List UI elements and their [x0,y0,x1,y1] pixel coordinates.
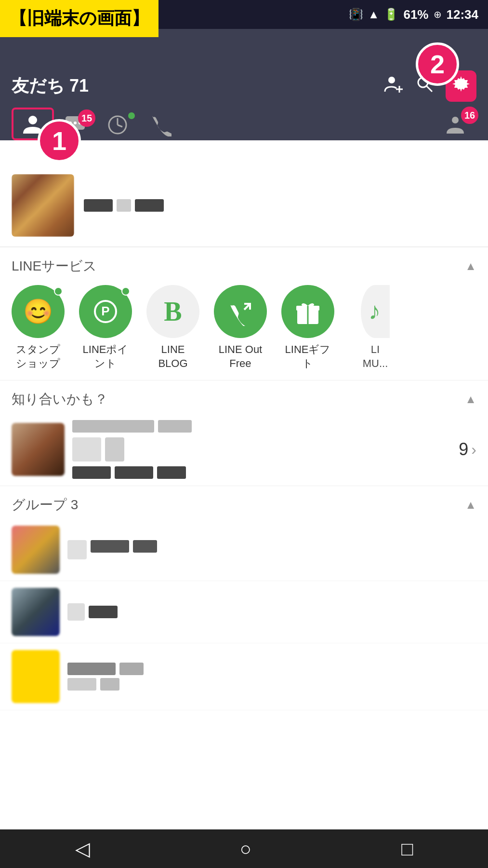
header-top: 友だち 71 [12,70,476,102]
charge-icon: ⊕ [434,9,442,20]
battery-icon: 🔋 [384,8,398,21]
services-label: LINEサービス [12,257,97,275]
maybe-name-5 [157,466,186,479]
maybe-know-label: 知り合いかも？ [12,390,108,408]
group-item-3[interactable] [0,643,488,710]
svg-point-14 [452,117,459,123]
services-row: 😊 スタンプショップ P LINEポイント B LINEBLOG LINE [0,280,488,380]
wifi-icon: ▲ [368,8,380,21]
svg-text:♪: ♪ [369,298,381,325]
line-gift-label: LINEギフト [285,343,331,370]
group-avatar-2 [12,588,60,636]
maybe-name-2 [158,420,192,433]
line-blog-icon: B [146,285,199,338]
time-display: 12:34 [447,7,479,22]
line-music-icon: ♪ [361,285,390,338]
svg-line-13 [118,125,122,127]
annotation-box: 【旧端末の画面】 [0,0,158,37]
group-1-name-1 [91,540,129,553]
more-badge: 16 [461,107,478,124]
line-out-free-icon [214,285,267,338]
maybe-block-1 [72,437,101,461]
name-block-2 [117,199,131,212]
vibrate-icon: 📳 [349,8,363,21]
svg-text:P: P [101,304,109,318]
service-stamp-shop[interactable]: 😊 スタンプショップ [12,285,65,370]
group-2-mini-avatar [67,603,85,621]
line-out-free-label: LINE OutFree [219,343,262,370]
svg-line-4 [426,86,432,92]
group-3-name-2 [119,663,144,675]
group-3-name-1 [67,663,116,675]
svg-point-9 [74,122,77,124]
maybe-name-1 [72,420,154,433]
line-gift-icon [281,285,334,338]
group-2-info [67,603,118,621]
step2-badge: 2 [416,42,459,86]
group-3-info [67,663,144,691]
profile-name-row [84,199,164,212]
maybe-count-arrow[interactable]: 9 › [459,439,476,460]
stamp-shop-label: スタンプショップ [16,343,60,370]
add-friend-button[interactable] [384,74,403,98]
friends-title: 友だち 71 [12,74,89,98]
tab-calls[interactable] [139,108,181,140]
maybe-name-4 [115,466,153,479]
service-line-blog[interactable]: B LINEBLOG [146,285,199,370]
service-line-point[interactable]: P LINEポイント [79,285,132,370]
services-chevron: ▲ [465,259,476,273]
back-button[interactable]: ◁ [75,838,90,860]
tab-timeline[interactable] [96,108,139,140]
groups-section-title: グループ 3 ▲ [0,486,488,519]
name-block-1 [84,199,113,212]
service-line-music[interactable]: ♪ LIMU... [349,285,402,370]
bottom-nav: ◁ ○ □ [0,829,488,868]
profile-section [0,164,488,247]
group-1-info [67,540,157,559]
maybe-know-item[interactable]: 9 › [0,413,488,486]
svg-point-6 [28,116,37,124]
line-music-label: LIMU... [363,343,388,370]
line-blog-label: LINEBLOG [158,343,187,370]
maybe-block-2 [105,437,124,461]
name-block-3 [135,199,164,212]
step1-badge: 1 [38,119,81,163]
service-line-gift[interactable]: LINEギフト [281,285,334,370]
chats-badge: 15 [78,109,95,127]
maybe-know-section-title: 知り合いかも？ ▲ [0,380,488,413]
group-item-2[interactable] [0,581,488,643]
home-button[interactable]: ○ [240,838,251,860]
group-avatar-1 [12,526,60,574]
annotation-title: 【旧端末の画面】 [10,8,149,28]
maybe-name-blocks [72,420,192,479]
groups-chevron: ▲ [465,498,476,512]
group-1-name-2 [133,540,157,553]
arrow-right-icon: › [471,441,476,459]
header-bar: 友だち 71 [0,29,488,140]
groups-label: グループ 3 [12,496,78,514]
battery-percent: 61% [403,7,428,22]
maybe-chevron: ▲ [465,393,476,406]
group-3-name-3 [67,678,96,691]
stamp-shop-icon: 😊 [12,285,65,338]
group-2-name [89,606,118,618]
maybe-avatar [12,423,65,476]
recent-button[interactable]: □ [401,838,413,860]
group-3-name-4 [100,678,119,691]
tab-friends[interactable]: 1 [12,108,54,140]
tab-more[interactable]: 16 [434,108,476,140]
timeline-dot [128,112,135,119]
svg-point-0 [388,77,395,83]
service-line-out-free[interactable]: LINE OutFree [214,285,267,370]
group-avatar-3 [12,650,60,703]
group-item-1[interactable] [0,519,488,581]
line-point-label: LINEポイント [83,343,129,370]
group-1-mini-avatar [67,540,87,559]
profile-avatar [12,174,74,237]
line-point-icon: P [79,285,132,338]
line-services-section-title: LINEサービス ▲ [0,247,488,280]
maybe-name-3 [72,466,111,479]
tab-bar: 1 15 [12,108,476,140]
status-icons: 📳 ▲ 🔋 61% ⊕ 12:34 [349,7,478,22]
